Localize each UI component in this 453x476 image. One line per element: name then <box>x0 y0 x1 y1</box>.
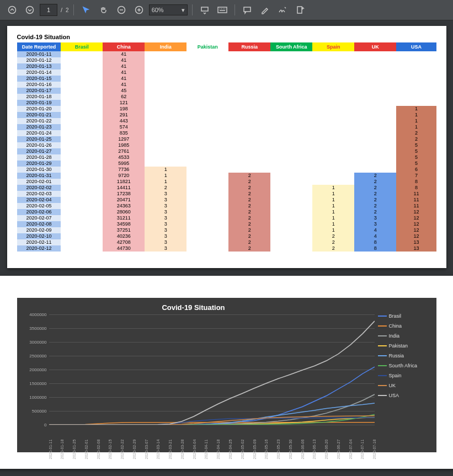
data-cell <box>186 124 228 130</box>
data-cell: 1 <box>312 215 354 221</box>
data-cell <box>145 161 186 167</box>
data-cell <box>186 173 228 179</box>
data-cell <box>228 142 270 148</box>
data-cell <box>270 167 312 173</box>
zoom-out-button[interactable] <box>114 2 129 18</box>
page-down-button[interactable] <box>22 2 38 18</box>
x-tick: 2020-05-23 <box>276 457 280 459</box>
data-cell: 13 <box>396 239 436 245</box>
data-cell <box>186 69 228 76</box>
data-cell <box>186 136 228 142</box>
table-row: 2020-01-2959955 <box>17 161 436 167</box>
data-cell: 1 <box>145 179 186 185</box>
data-cell: 34598 <box>103 221 145 227</box>
data-cell <box>396 63 436 69</box>
data-cell <box>145 82 186 88</box>
svg-point-0 <box>9 7 16 14</box>
export-button[interactable] <box>292 2 308 18</box>
data-cell <box>270 112 312 118</box>
highlight-button[interactable] <box>257 2 273 18</box>
data-cell <box>186 82 228 88</box>
data-cell: 40236 <box>103 233 145 239</box>
data-cell: 1985 <box>103 142 145 148</box>
data-cell: 1 <box>312 227 354 233</box>
data-cell <box>312 179 354 185</box>
data-cell <box>270 161 312 167</box>
sign-button[interactable] <box>275 2 290 18</box>
covid-table: Date ReportedBrasilChinaIndiaPakistanRus… <box>17 42 436 252</box>
data-cell <box>396 94 436 100</box>
x-tick: 2020-06-13 <box>312 457 316 459</box>
data-cell <box>145 136 186 142</box>
data-cell <box>61 203 103 209</box>
x-tick: 2020-05-30 <box>288 457 292 459</box>
data-cell: 2 <box>228 239 270 245</box>
data-cell: 291 <box>103 112 145 118</box>
date-cell: 2020-01-11 <box>17 51 61 57</box>
date-cell: 2020-02-05 <box>17 203 61 209</box>
data-cell <box>228 100 270 106</box>
data-cell <box>354 57 396 63</box>
data-cell: 12 <box>396 221 436 227</box>
data-cell <box>61 57 103 63</box>
date-cell: 2020-01-17 <box>17 88 61 94</box>
comment-button[interactable] <box>239 2 255 18</box>
date-cell: 2020-01-20 <box>17 106 61 112</box>
data-cell <box>396 51 436 57</box>
x-tick: 2020-07-04 <box>348 457 352 459</box>
page-up-button[interactable] <box>4 2 20 18</box>
date-cell: 2020-01-28 <box>17 154 61 161</box>
data-cell: 12 <box>396 209 436 215</box>
data-cell: 20471 <box>103 197 145 203</box>
x-tick: 2020-05-16 <box>264 457 268 459</box>
col-header: Date Reported <box>17 42 61 51</box>
data-cell <box>186 203 228 209</box>
data-cell: 2 <box>228 209 270 215</box>
keyboard-button[interactable] <box>215 2 230 18</box>
date-cell: 2020-02-07 <box>17 215 61 221</box>
data-cell <box>312 130 354 136</box>
data-cell <box>145 130 186 136</box>
zoom-select[interactable]: 60%▾ <box>149 4 188 15</box>
data-cell: 3 <box>145 227 186 233</box>
data-cell: 3 <box>145 221 186 227</box>
data-cell <box>228 118 270 124</box>
col-header: USA <box>396 42 436 51</box>
col-header: UK <box>354 42 396 51</box>
data-cell: 2 <box>228 191 270 197</box>
data-cell: 41 <box>103 76 145 82</box>
data-cell: 4533 <box>103 154 145 161</box>
page-current-input[interactable] <box>40 4 57 16</box>
data-cell: 2 <box>228 197 270 203</box>
data-cell <box>270 221 312 227</box>
data-cell: 2 <box>354 197 396 203</box>
data-cell: 8 <box>396 179 436 185</box>
table-row: 2020-01-212911 <box>17 112 436 118</box>
data-cell <box>228 161 270 167</box>
x-tick: 2020-05-02 <box>240 457 244 459</box>
data-cell <box>145 94 186 100</box>
hand-tool-button[interactable] <box>96 2 111 18</box>
data-cell: 2761 <box>103 148 145 154</box>
data-cell <box>270 130 312 136</box>
data-cell: 2 <box>354 185 396 191</box>
data-cell <box>61 130 103 136</box>
data-cell <box>270 136 312 142</box>
data-cell: 2 <box>228 245 270 252</box>
document-stage[interactable]: Covid-19 Situation Date ReportedBrasilCh… <box>0 20 453 474</box>
data-cell <box>396 100 436 106</box>
data-cell <box>396 69 436 76</box>
date-cell: 2020-01-31 <box>17 173 61 179</box>
data-cell <box>61 94 103 100</box>
col-header: Russia <box>228 42 270 51</box>
zoom-in-button[interactable] <box>131 2 147 18</box>
fit-width-button[interactable] <box>197 2 212 18</box>
cursor-tool-button[interactable] <box>78 2 94 18</box>
data-cell: 8 <box>396 185 436 191</box>
data-cell <box>270 185 312 191</box>
data-cell: 24363 <box>103 203 145 209</box>
data-cell <box>396 88 436 94</box>
date-cell: 2020-02-04 <box>17 197 61 203</box>
data-cell <box>270 51 312 57</box>
data-cell <box>312 82 354 88</box>
